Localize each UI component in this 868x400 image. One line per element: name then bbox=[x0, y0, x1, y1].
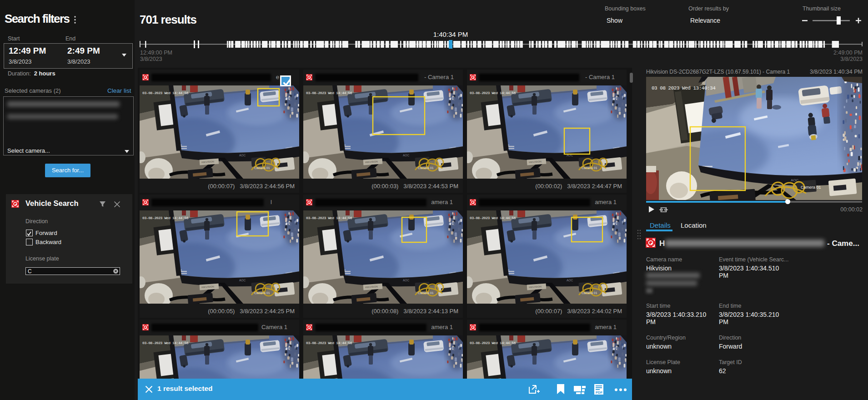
svg-text:2:49:00 PM: 2:49:00 PM bbox=[833, 50, 863, 56]
svg-text:12:49:00 PM: 12:49:00 PM bbox=[140, 50, 172, 56]
svg-text:PDF: PDF bbox=[596, 390, 602, 395]
svg-text:1:40:34 PM: 1:40:34 PM bbox=[433, 30, 468, 38]
svg-text:3/8/2023: 3/8/2023 bbox=[140, 56, 162, 62]
svg-text:3/8/2023: 3/8/2023 bbox=[840, 56, 863, 62]
